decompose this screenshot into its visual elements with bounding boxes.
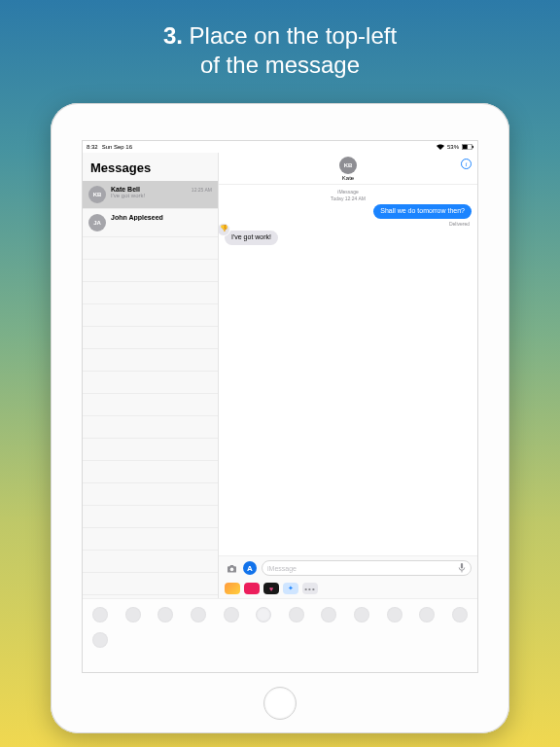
conversation-name: Kate Bell [111, 186, 140, 193]
message-thread[interactable]: iMessageToday 12:24 AM Shall we do tomor… [219, 185, 477, 555]
sticker-item[interactable] [419, 607, 435, 622]
conversation-sidebar: Messages KB Kate Bell 12:25 AM I've got … [83, 153, 219, 598]
svg-point-3 [229, 567, 233, 571]
app-store-button[interactable]: A [243, 561, 257, 575]
sidebar-empty-rows [83, 237, 218, 598]
conversation-item[interactable]: JA John Appleseed [83, 209, 218, 237]
imessage-app[interactable] [225, 583, 240, 594]
wifi-icon [437, 144, 444, 150]
sticker-item[interactable] [224, 607, 239, 622]
message-row-incoming: 👎 I've got work! [225, 231, 472, 245]
conversation-name: John Appleseed [111, 214, 163, 221]
sticker-item[interactable] [125, 607, 141, 622]
avatar[interactable]: KB [339, 157, 357, 174]
thread-timestamp: iMessageToday 12:24 AM [225, 189, 472, 201]
chat-contact-name: Kate [342, 175, 354, 181]
ipad-frame: 8:32 Sun Sep 16 53% Messages KB [51, 103, 509, 733]
status-time: 8:32 [87, 144, 98, 150]
sticker-item[interactable] [92, 607, 108, 622]
info-button[interactable]: i [461, 159, 472, 169]
imessage-app[interactable]: ✦ [283, 583, 298, 594]
message-bubble[interactable]: Shall we do tomorrow then? [373, 204, 472, 219]
imessage-app[interactable]: ♥ [263, 583, 279, 594]
sidebar-title: Messages [83, 153, 218, 181]
sticker-item[interactable] [158, 607, 173, 622]
reaction-badge[interactable]: 👎 [219, 223, 230, 236]
svg-rect-4 [461, 563, 463, 569]
message-input[interactable]: iMessage [262, 560, 472, 576]
conversation-item[interactable]: KB Kate Bell 12:25 AM I've got work! [83, 181, 218, 209]
message-row-outgoing: Shall we do tomorrow then? [225, 204, 472, 219]
camera-button[interactable] [225, 561, 238, 575]
sticker-item[interactable] [289, 607, 304, 622]
status-bar: 8:32 Sun Sep 16 53% [83, 141, 477, 153]
instruction-caption: 3. Place on the top-left of the message [163, 21, 397, 80]
sticker-item[interactable] [92, 632, 108, 648]
message-input-bar: A iMessage [219, 555, 477, 580]
battery-percent: 53% [447, 144, 459, 150]
mic-icon[interactable] [458, 563, 466, 574]
sticker-item[interactable] [387, 607, 402, 622]
conversation-time: 12:25 AM [192, 187, 212, 193]
status-date: Sun Sep 16 [102, 144, 132, 150]
battery-icon [462, 144, 473, 150]
imessage-app-strip: ♥ ✦ ••• [219, 580, 477, 598]
sticker-item[interactable] [321, 607, 336, 622]
sticker-item[interactable] [256, 607, 271, 622]
message-placeholder: iMessage [267, 565, 297, 572]
chat-pane: KB Kate i iMessageToday 12:24 AM Shall w… [219, 153, 477, 598]
ipad-screen: 8:32 Sun Sep 16 53% Messages KB [82, 140, 478, 673]
sticker-picker [83, 598, 477, 672]
avatar: KB [88, 186, 106, 203]
avatar: JA [88, 214, 106, 231]
home-button[interactable] [263, 687, 297, 720]
conversation-preview: I've got work! [111, 193, 212, 198]
delivered-label: Delivered [225, 221, 470, 227]
svg-rect-2 [472, 146, 473, 149]
svg-rect-1 [463, 145, 468, 149]
imessage-app-more[interactable]: ••• [302, 583, 318, 594]
sticker-item[interactable] [191, 607, 206, 622]
sticker-item[interactable] [354, 607, 369, 622]
imessage-app[interactable] [244, 583, 260, 594]
sticker-item[interactable] [452, 607, 468, 622]
chat-header: KB Kate i [219, 153, 477, 185]
message-bubble[interactable]: 👎 I've got work! [225, 231, 278, 245]
